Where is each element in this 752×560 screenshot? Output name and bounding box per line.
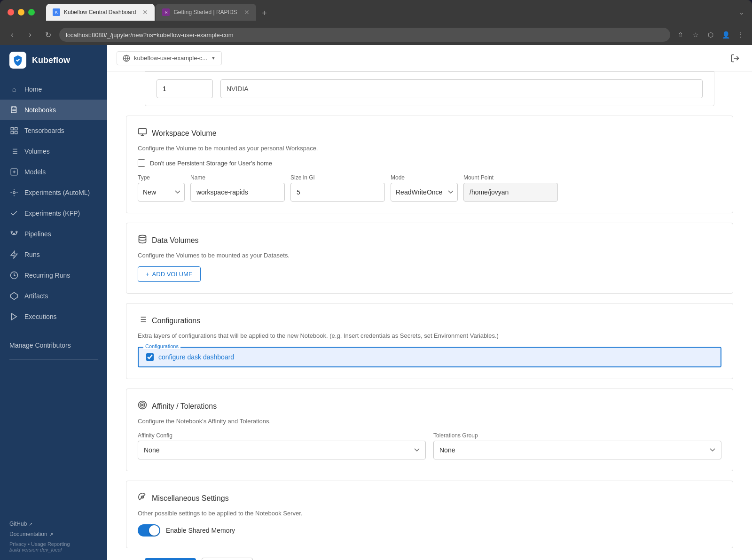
svg-rect-21 [139,129,147,134]
sidebar-item-artifacts[interactable]: Artifacts [0,286,107,306]
shared-memory-toggle[interactable] [138,524,160,537]
configurations-section: Configurations Extra layers of configura… [126,303,733,379]
home-icon: ⌂ [9,85,19,94]
sidebar-logo: Kubeflow [0,45,107,75]
runs-icon [9,250,19,259]
menu-icon[interactable]: ⋮ [735,29,746,40]
sidebar-item-home-label: Home [24,86,42,93]
configurations-dropdown: Configurations configure dask dashboard [138,347,721,367]
documentation-link[interactable]: Documentation ↗ [9,531,98,537]
tab-kubeflow-label: Kubeflow Central Dashboard [64,9,136,16]
sidebar-item-runs[interactable]: Runs [0,244,107,265]
add-volume-button[interactable]: + ADD VOLUME [138,266,201,282]
usage-reporting-label: Usage Reporting [31,541,70,547]
tab-rapids-close[interactable]: ✕ [244,8,250,16]
profile-icon[interactable]: 👤 [720,29,731,40]
logo-text: Kubeflow [32,55,70,65]
svg-point-11 [13,192,16,194]
sidebar-item-pipelines[interactable]: Pipelines [0,224,107,244]
star-icon[interactable]: ☆ [690,29,701,40]
namespace-icon [123,54,130,62]
svg-point-14 [16,231,17,233]
type-label: Type [138,174,185,181]
sidebar: Kubeflow ⌂ Home [0,45,107,560]
github-link[interactable]: GitHub ↗ [9,521,98,527]
affinity-section: Affinity / Tolerations Configure the Not… [126,389,733,471]
volume-name-input[interactable] [190,183,285,202]
url-input[interactable]: localhost:8080/_/jupyter/new?ns=kubeflow… [59,28,670,42]
maximize-button[interactable] [28,9,35,16]
affinity-config-select[interactable]: None [138,441,426,459]
extensions-icon[interactable]: ⬡ [705,29,716,40]
recurring-runs-icon [9,271,19,280]
add-volume-icon: + [146,271,149,278]
workspace-volume-section: Workspace Volume Configure the Volume to… [126,116,733,213]
tab-kubeflow-close[interactable]: ✕ [142,8,148,16]
sidebar-item-executions-label: Executions [24,313,56,320]
sidebar-item-home[interactable]: ⌂ Home [0,79,107,100]
bookmark-icon[interactable]: ⇧ [675,29,686,40]
affinity-desc: Configure the Notebook's Affinity and To… [138,418,721,425]
volume-size-input[interactable] [290,183,385,202]
documentation-label: Documentation [9,531,47,537]
minimize-button[interactable] [18,9,24,16]
tab-kubeflow[interactable]: K Kubeflow Central Dashboard ✕ [46,4,155,21]
sidebar-item-tensorboards[interactable]: Tensorboards [0,120,107,141]
svg-point-33 [141,404,143,405]
volumes-icon [9,147,19,156]
logout-icon[interactable] [728,51,743,66]
configurations-header: Configurations [138,315,721,327]
configurations-desc: Extra layers of configurations that will… [138,332,721,339]
svg-rect-8 [11,132,13,134]
sidebar-item-executions[interactable]: Executions [0,306,107,327]
reload-button[interactable]: ↻ [41,28,55,41]
mount-point-input[interactable] [463,183,558,202]
sidebar-item-experiments-kfp[interactable]: Experiments (KFP) [0,203,107,224]
sidebar-item-experiments-automl[interactable]: Experiments (AutoML) [0,182,107,203]
browser-menu[interactable]: ⌄ [739,8,744,16]
config-option-dask[interactable]: configure dask dashboard [139,348,721,366]
gpu-count-input[interactable] [157,79,213,98]
tolerations-select[interactable]: None [433,441,721,459]
shared-memory-row: Enable Shared Memory [138,524,721,537]
close-button[interactable] [8,9,14,16]
namespace-label: kubeflow-user-example-c... [134,54,207,62]
affinity-config-label: Affinity Config [138,432,426,439]
affinity-fields: Affinity Config None Tolerations Group N… [138,432,721,459]
no-persistent-checkbox[interactable] [138,159,145,167]
launch-button[interactable]: LAUNCH [145,558,196,560]
shared-memory-label: Enable Shared Memory [166,527,235,534]
cancel-button[interactable]: CANCEL [202,558,253,560]
sidebar-manage-contributors[interactable]: Manage Contributors [0,335,107,356]
affinity-title: Affinity / Tolerations [152,402,217,411]
top-partial-section: NVIDIA [145,71,714,106]
data-volumes-title: Data Volumes [152,236,199,245]
namespace-selector[interactable]: kubeflow-user-example-c... ▼ [117,51,222,65]
svg-rect-2 [14,107,15,108]
models-icon [9,167,19,177]
sidebar-item-volumes-label: Volumes [24,148,50,155]
configurations-title: Configurations [152,317,200,325]
sidebar-divider [9,331,98,331]
tab-rapids[interactable]: R Getting Started | RAPIDS ✕ [156,4,256,21]
config-dask-checkbox[interactable] [146,353,154,361]
sidebar-item-pipelines-label: Pipelines [24,230,51,238]
no-persistent-storage-row: Don't use Persistent Storage for User's … [138,159,721,167]
back-button[interactable]: ‹ [6,28,19,41]
svg-point-12 [11,231,12,233]
mount-label: Mount Point [463,174,558,181]
sidebar-item-models[interactable]: Models [0,162,107,182]
mode-select[interactable]: ReadWriteOnce ReadOnlyMany ReadWriteMany [391,183,458,202]
new-tab-button[interactable]: + [257,6,272,21]
type-select[interactable]: New Existing [138,183,185,202]
sidebar-item-volumes[interactable]: Volumes [0,141,107,162]
add-volume-label: ADD VOLUME [152,271,193,278]
no-persistent-label[interactable]: Don't use Persistent Storage for User's … [150,160,272,167]
browser-titlebar: K Kubeflow Central Dashboard ✕ R Getting… [0,0,752,24]
sidebar-item-notebooks[interactable]: Notebooks [0,100,107,120]
mode-label: Mode [391,174,458,181]
forward-button[interactable]: › [24,28,37,41]
sidebar-item-recurring-runs[interactable]: Recurring Runs [0,265,107,286]
svg-rect-7 [15,127,17,130]
logo-icon [9,52,26,69]
